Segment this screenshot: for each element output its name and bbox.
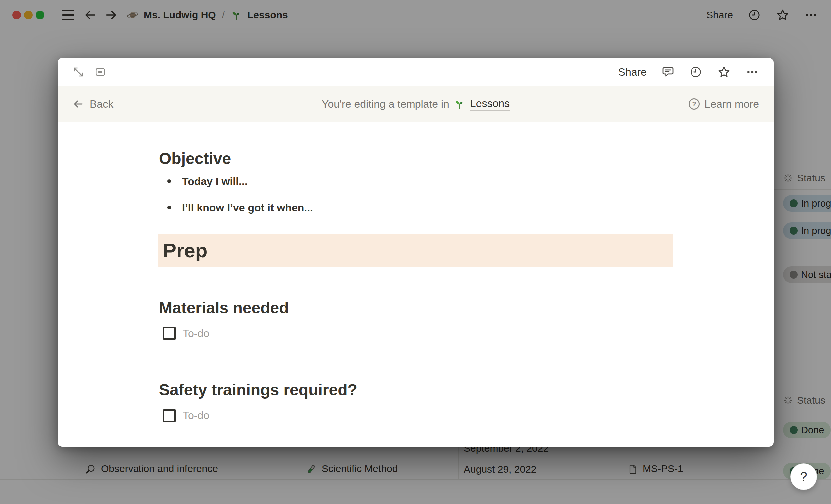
modal-share-button[interactable]: Share: [618, 66, 647, 78]
back-button[interactable]: Back: [72, 86, 113, 122]
prep-heading: Prep: [163, 239, 207, 262]
template-editing-banner: Back You're editing a template in Lesson…: [58, 86, 774, 122]
back-arrow-icon: [72, 98, 84, 110]
seedling-icon: [454, 98, 465, 110]
list-item: I’ll know I’ve got it when...: [159, 200, 674, 215]
bullet-text: Today I will...: [182, 174, 248, 189]
comments-icon[interactable]: [661, 65, 675, 79]
help-button[interactable]: ?: [791, 464, 817, 490]
expand-fullpage-icon[interactable]: [72, 66, 84, 78]
template-parent-page-link[interactable]: Lessons: [470, 97, 510, 111]
bullet-dot-icon: [168, 206, 171, 209]
help-circle-icon: ?: [688, 98, 700, 110]
banner-message-text: You're editing a template in: [322, 98, 450, 110]
bullet-text: I’ll know I’ve got it when...: [182, 200, 313, 215]
learn-more-label: Learn more: [705, 98, 759, 110]
todo-block: To-do: [163, 325, 674, 342]
clock-history-icon[interactable]: [689, 65, 703, 79]
side-peek-icon[interactable]: [93, 66, 107, 78]
bullet-dot-icon: [168, 179, 171, 183]
todo-placeholder[interactable]: To-do: [183, 327, 209, 339]
list-item: Today I will...: [159, 174, 674, 189]
todo-checkbox[interactable]: [163, 410, 176, 422]
template-editor-modal: Share Back You're editing a template in: [58, 58, 774, 447]
template-document: Objective Today I will... I’ll know I’ve…: [159, 122, 674, 424]
back-label: Back: [90, 98, 113, 110]
star-favorite-icon[interactable]: [717, 65, 731, 79]
banner-message: You're editing a template in Lessons: [322, 86, 510, 122]
objective-heading: Objective: [159, 149, 674, 169]
modal-header: Share: [58, 58, 774, 86]
objective-bullet-list: Today I will... I’ll know I’ve got it wh…: [159, 174, 674, 215]
todo-placeholder[interactable]: To-do: [183, 410, 209, 422]
prep-heading-highlight: Prep: [159, 234, 673, 267]
todo-checkbox[interactable]: [163, 327, 176, 339]
todo-block: To-do: [163, 408, 674, 424]
more-options-icon[interactable]: [746, 65, 759, 79]
materials-heading: Materials needed: [159, 298, 674, 318]
learn-more-button[interactable]: ? Learn more: [688, 86, 759, 122]
safety-heading: Safety trainings required?: [159, 381, 674, 400]
